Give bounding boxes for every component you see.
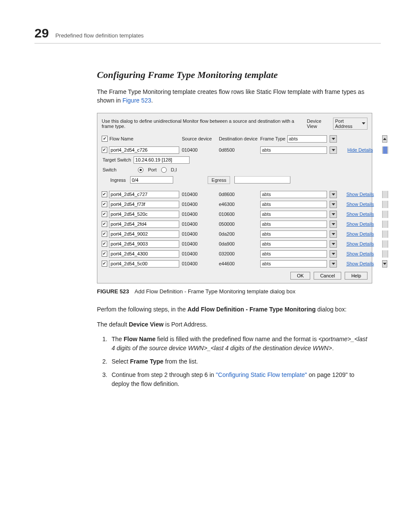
frame-type-select[interactable]: abts — [260, 211, 327, 218]
figure-link[interactable]: Figure 523 — [122, 97, 151, 104]
dropdown-button[interactable] — [330, 135, 337, 143]
hide-details-link[interactable]: Hide Details — [341, 147, 380, 152]
scrollbar-track[interactable] — [382, 201, 388, 208]
dropdown-button[interactable] — [330, 230, 337, 238]
flow-name-input[interactable] — [109, 191, 179, 198]
source-cell: 010400 — [182, 202, 216, 207]
show-details-link[interactable]: Show Details — [341, 212, 380, 217]
scrollbar-up[interactable] — [382, 135, 387, 143]
flow-name-input[interactable] — [109, 260, 179, 268]
port-radio[interactable] — [138, 167, 143, 173]
flow-name-input[interactable] — [109, 230, 179, 238]
row-checkbox[interactable]: ✔ — [102, 211, 107, 217]
show-details-link[interactable]: Show Details — [341, 231, 380, 236]
dest-cell: 032000 — [219, 251, 258, 256]
row-checkbox[interactable]: ✔ — [102, 191, 107, 197]
switch-label: Switch — [103, 167, 116, 172]
col-flow-name: Flow Name — [109, 136, 134, 141]
step-2: Select Frame Type from the list. — [109, 357, 372, 366]
row-checkbox[interactable]: ✔ — [102, 147, 107, 153]
chevron-down-icon — [383, 263, 386, 265]
scrollbar-track[interactable] — [382, 211, 388, 218]
select-all-checkbox[interactable]: ✔ — [102, 136, 108, 142]
dropdown-button[interactable] — [330, 146, 337, 154]
device-view-label: Device View — [307, 118, 331, 129]
chevron-up-icon — [383, 138, 386, 140]
flow-name-input[interactable] — [109, 146, 179, 154]
column-headers: ✔ Flow Name Source device Destination de… — [102, 134, 367, 144]
frame-type-select[interactable]: abts — [260, 230, 327, 238]
flow-name-input[interactable] — [109, 221, 179, 228]
source-cell: 010400 — [182, 231, 216, 236]
dest-cell: 050000 — [219, 221, 258, 227]
section-heading: Configuring Frame Type Monitoring templa… — [97, 69, 372, 81]
ok-button[interactable]: OK — [290, 272, 310, 280]
row-checkbox[interactable]: ✔ — [102, 251, 107, 257]
figure-label: FIGURE 523 — [97, 288, 129, 295]
row-checkbox[interactable]: ✔ — [102, 221, 107, 227]
frame-type-select[interactable]: abts — [260, 201, 327, 208]
egress-label: Egress — [208, 176, 230, 184]
dj-radio[interactable] — [161, 167, 167, 173]
dropdown-button[interactable] — [330, 201, 337, 208]
cancel-button[interactable]: Cancel — [314, 272, 341, 280]
frame-type-select[interactable]: abts — [260, 191, 327, 198]
frame-type-select[interactable]: abts — [260, 240, 327, 248]
scrollbar-track[interactable] — [382, 221, 388, 228]
flow-name-input[interactable] — [109, 250, 179, 258]
row-checkbox[interactable]: ✔ — [102, 261, 107, 267]
chevron-down-icon — [332, 243, 335, 245]
steps-list: The Flow Name field is filled with the p… — [97, 335, 372, 389]
figure-caption-text: Add Flow Definition - Frame Type Monitor… — [134, 288, 295, 295]
chevron-down-icon — [332, 233, 335, 235]
row-checkbox[interactable]: ✔ — [102, 241, 107, 247]
show-details-link[interactable]: Show Details — [341, 261, 380, 266]
egress-input[interactable] — [234, 176, 290, 184]
dropdown-button[interactable] — [330, 191, 337, 198]
flow-name-input[interactable] — [109, 211, 179, 218]
dropdown-button[interactable] — [330, 211, 337, 218]
scrollbar-track[interactable] — [382, 230, 388, 238]
source-cell: 010400 — [182, 147, 216, 152]
chevron-down-icon — [332, 193, 335, 196]
chevron-down-icon — [332, 253, 335, 255]
ingress-input[interactable] — [130, 176, 173, 184]
header-frame-type-select[interactable]: abts — [287, 135, 327, 143]
link-static-flow[interactable]: "Configuring Static Flow template" — [216, 371, 307, 378]
flow-name-input[interactable] — [109, 240, 179, 248]
scrollbar-track[interactable] — [382, 250, 388, 258]
show-details-link[interactable]: Show Details — [341, 192, 380, 197]
device-view-dropdown[interactable]: Port Address — [333, 118, 367, 130]
scrollbar-track[interactable] — [382, 240, 388, 248]
target-switch-input[interactable] — [134, 156, 190, 164]
dropdown-button[interactable] — [330, 250, 337, 258]
flow-row-expanded: ✔ 010400 0d8500 abts Hide Details Target… — [102, 146, 367, 188]
scrollbar-down[interactable] — [382, 260, 387, 268]
chevron-down-icon — [332, 263, 335, 265]
flow-row: ✔0104000da900abtsShow Details — [102, 240, 367, 248]
dropdown-button[interactable] — [330, 221, 337, 228]
dropdown-button[interactable] — [330, 240, 337, 248]
scrollbar-track[interactable] — [382, 191, 388, 198]
scrollbar-thumb[interactable] — [383, 146, 387, 154]
dropdown-button[interactable] — [330, 260, 337, 268]
step-1: The Flow Name field is filled with the p… — [109, 335, 372, 353]
source-cell: 010400 — [182, 212, 216, 217]
ingress-label: Ingress — [110, 177, 126, 183]
help-button[interactable]: Help — [345, 272, 367, 280]
row-checkbox[interactable]: ✔ — [102, 201, 107, 207]
row-checkbox[interactable]: ✔ — [102, 231, 107, 237]
flow-name-input[interactable] — [109, 201, 179, 208]
frame-type-select[interactable]: abts — [260, 260, 327, 268]
frame-type-select[interactable]: abts — [260, 221, 327, 228]
frame-type-select[interactable]: abts — [260, 250, 327, 258]
show-details-link[interactable]: Show Details — [341, 221, 380, 227]
show-details-link[interactable]: Show Details — [341, 202, 380, 207]
show-details-link[interactable]: Show Details — [341, 241, 380, 246]
show-details-link[interactable]: Show Details — [341, 251, 380, 256]
flow-row: ✔0104000d8600abtsShow Details — [102, 191, 367, 198]
frame-type-select[interactable]: abts — [260, 146, 327, 154]
step-3: Continue from step 2 through step 6 in "… — [109, 370, 372, 389]
flow-row: ✔010400032000abtsShow Details — [102, 250, 367, 258]
dest-cell: 0d8600 — [219, 192, 258, 197]
